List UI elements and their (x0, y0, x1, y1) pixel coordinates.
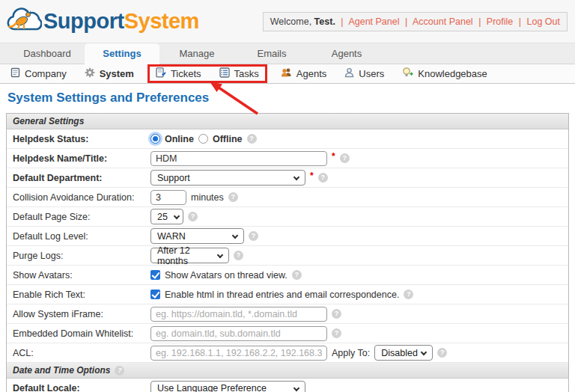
show-avatars-checkbox[interactable] (150, 270, 160, 280)
log-level-select[interactable]: WARN (150, 228, 244, 244)
field-label: Purge Logs: (13, 251, 150, 261)
row-show-avatars: Show Avatars: Show Avatars on thread vie… (7, 266, 568, 285)
row-helpdesk-status: Helpdesk Status: Online Offline ? (7, 129, 568, 149)
row-default-department: Default Department: Support * ? (7, 168, 568, 188)
subnav-item-tickets[interactable]: Tickets (156, 67, 201, 80)
row-default-locale: Default Locale: Use Language Preference (7, 379, 568, 392)
offline-radio-label: Offline (213, 134, 243, 144)
system-iframe-input[interactable] (150, 307, 327, 322)
acl-apply-to-select[interactable]: Disabled (374, 345, 433, 361)
subnav-item-system[interactable]: System (85, 67, 134, 80)
subnav-label: Tickets (171, 68, 201, 79)
selected-value: After 12 months (157, 245, 212, 266)
field-label: Default Locale: (13, 383, 150, 392)
help-icon[interactable]: ? (404, 290, 413, 299)
row-embedded-domain-whitelist: Embedded Domain Whitelist: ? (7, 324, 568, 343)
required-asterisk: * (310, 171, 314, 181)
help-icon[interactable]: ? (340, 153, 350, 163)
logo-wordmark: SupportSystem (43, 9, 199, 34)
help-icon[interactable]: ? (234, 251, 243, 260)
checkbox-description: Enable html in thread entries and email … (165, 290, 399, 300)
app-logo[interactable]: SupportSystem (6, 4, 199, 39)
help-icon[interactable]: ? (247, 134, 257, 144)
help-icon[interactable]: ? (188, 212, 198, 221)
chevron-down-icon (217, 252, 223, 258)
subnav-label: Users (359, 68, 384, 79)
row-purge-logs: Purge Logs: After 12 months ? (7, 246, 568, 266)
row-default-log-level: Default Log Level: WARN ? (7, 227, 568, 246)
subnav-item-knowledgebase[interactable]: Knowledgebase (402, 67, 487, 80)
subnav-label: Company (25, 68, 67, 79)
separator: | (405, 16, 407, 27)
main-tabbar: Dashboard Settings Manage Emails Agents (0, 43, 575, 64)
default-department-select[interactable]: Support (150, 170, 305, 186)
subnav-label: Knowledgebase (418, 68, 487, 79)
tab-dashboard[interactable]: Dashboard (10, 43, 85, 64)
subnav-item-users[interactable]: Users (344, 67, 384, 80)
help-icon[interactable]: ? (318, 173, 328, 183)
field-label: Allow System iFrame: (13, 309, 150, 319)
subnav-item-agents[interactable]: Agents (281, 67, 326, 80)
field-label: Enable Rich Text: (13, 290, 150, 300)
field-label: ACL: (13, 348, 150, 358)
cloud-kangaroo-logo-icon (6, 4, 42, 39)
log-out-link[interactable]: Log Out (527, 16, 560, 27)
tab-settings[interactable]: Settings (85, 43, 159, 64)
field-label: Default Department: (13, 173, 150, 183)
help-icon[interactable]: ? (292, 270, 302, 280)
selected-value: Disabled (381, 348, 418, 358)
online-radio-label: Online (165, 134, 194, 144)
selected-value: WARN (157, 231, 186, 242)
chevron-down-icon (293, 174, 299, 180)
subnav-label: Tasks (234, 68, 259, 79)
tab-manage[interactable]: Manage (159, 43, 234, 64)
selected-value: Support (157, 173, 190, 183)
help-icon[interactable]: ? (332, 328, 341, 338)
subnav-item-company[interactable]: Company (10, 67, 67, 80)
tickets-icon (156, 67, 166, 80)
welcome-text: Welcome, (270, 16, 311, 27)
online-radio[interactable] (150, 134, 160, 144)
acl-input[interactable] (150, 346, 327, 361)
agent-panel-link[interactable]: Agent Panel (348, 16, 399, 27)
agents-icon (281, 67, 292, 80)
collision-duration-input[interactable] (150, 190, 186, 205)
section-header-datetime: Date and Time Options ? (7, 363, 568, 379)
user-bar: Welcome, Test. | Agent Panel | Account P… (263, 12, 568, 31)
profile-link[interactable]: Profile (487, 16, 513, 27)
default-locale-select[interactable]: Use Language Preference (150, 381, 305, 392)
row-collision-avoidance: Collision Avoidance Duration: minutes ? (7, 188, 568, 207)
helpdesk-name-input[interactable] (150, 151, 327, 166)
row-acl: ACL: Apply To: Disabled ? (7, 343, 568, 363)
row-default-page-size: Default Page Size: 25 ? (7, 207, 568, 227)
tasks-icon (219, 67, 230, 80)
field-label: Default Page Size: (13, 212, 150, 222)
help-icon[interactable]: ? (249, 231, 258, 241)
subnav-item-tasks[interactable]: Tasks (219, 67, 259, 80)
section-header-general: General Settings (7, 114, 568, 129)
selected-value: Use Language Preference (157, 383, 267, 392)
rich-text-checkbox[interactable] (150, 290, 160, 299)
page-size-select[interactable]: 25 (150, 209, 183, 224)
field-label: Default Log Level: (13, 231, 150, 242)
page-title: System Settings and Preferences (7, 91, 575, 108)
annotation-box: Tickets Tasks (147, 64, 267, 83)
purge-logs-select[interactable]: After 12 months (150, 248, 229, 263)
account-panel-link[interactable]: Account Panel (413, 16, 473, 27)
field-label: Show Avatars: (13, 270, 150, 281)
domain-whitelist-input[interactable] (150, 326, 327, 341)
users-icon (344, 67, 354, 80)
row-allow-system-iframe: Allow System iFrame: ? (7, 304, 568, 324)
subnav-label: System (100, 68, 134, 79)
help-icon[interactable]: ? (437, 348, 447, 358)
tab-emails[interactable]: Emails (234, 43, 309, 64)
row-enable-rich-text: Enable Rich Text: Enable html in thread … (7, 285, 568, 304)
help-icon[interactable]: ? (228, 192, 238, 202)
tab-agents[interactable]: Agents (309, 43, 384, 64)
help-icon[interactable]: ? (115, 366, 124, 376)
chevron-down-icon (293, 385, 299, 391)
selected-value: 25 (157, 212, 168, 222)
offline-radio[interactable] (198, 134, 208, 144)
help-icon[interactable]: ? (332, 309, 341, 319)
subnav-label: Agents (296, 68, 326, 79)
